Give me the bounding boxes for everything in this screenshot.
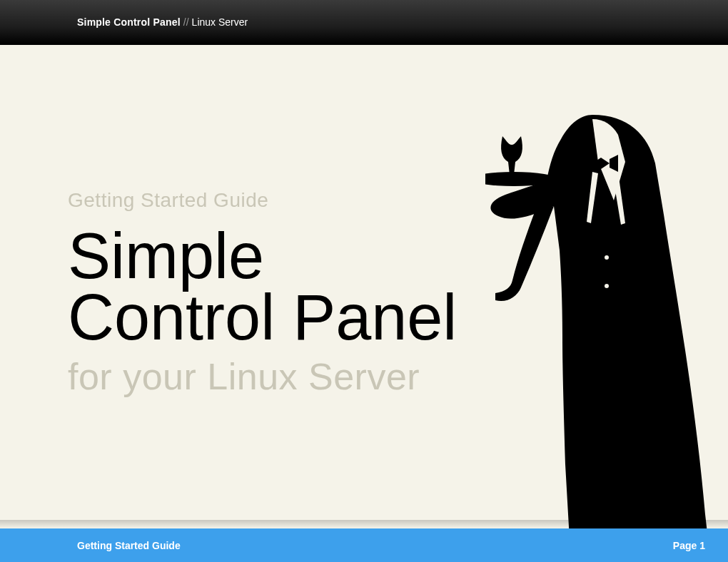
- footer-page-number: Page 1: [673, 540, 705, 551]
- header-separator: //: [183, 16, 189, 28]
- footer-left-text: Getting Started Guide: [77, 540, 181, 551]
- hero-eyebrow: Getting Started Guide: [68, 189, 457, 212]
- hero-title-line2: Control Panel: [68, 282, 457, 353]
- svg-point-2: [605, 284, 609, 288]
- content-area: Getting Started Guide Simple Control Pan…: [0, 45, 728, 528]
- hero-text-block: Getting Started Guide Simple Control Pan…: [68, 189, 457, 398]
- hero-subtitle: for your Linux Server: [68, 355, 457, 398]
- top-header-bar: Simple Control Panel // Linux Server: [0, 0, 728, 45]
- svg-point-1: [605, 255, 609, 260]
- header-title-bold: Simple Control Panel: [77, 16, 181, 28]
- butler-silhouette-icon: [485, 79, 728, 562]
- footer-shadow: [0, 520, 728, 528]
- footer-bar: Getting Started Guide Page 1: [0, 528, 728, 562]
- header-title-sub: Linux Server: [192, 16, 248, 28]
- page: Simple Control Panel // Linux Server: [0, 0, 728, 562]
- hero-title: Simple Control Panel: [68, 226, 457, 348]
